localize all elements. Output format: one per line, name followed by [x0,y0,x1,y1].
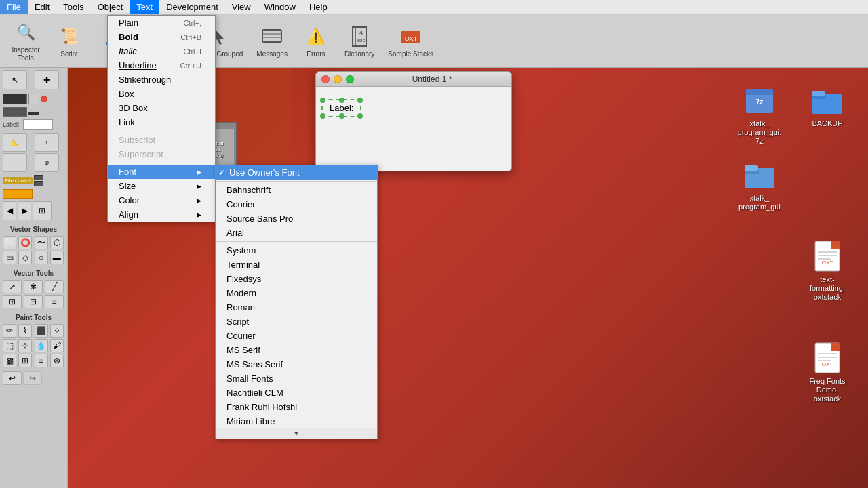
vt-2[interactable]: ✾ [24,280,43,293]
vt-3[interactable]: ╱ [45,280,64,293]
vs-curve[interactable]: 〜 [35,236,48,249]
vt-6[interactable]: ≡ [45,295,64,308]
menu-3dbox[interactable]: 3D Box [108,101,215,115]
window-min-btn[interactable] [334,75,342,83]
menu-box[interactable]: Box [108,87,215,101]
stroke-swatch[interactable] [3,107,27,117]
vs-circle[interactable]: ⭕ [18,236,32,249]
menu-underline[interactable]: Underline Ctrl+U [108,58,215,73]
font-small-fonts[interactable]: Small Fonts [216,371,377,386]
toolbar-errors[interactable]: ⚠️ Errors [296,22,336,61]
font-use-owners[interactable]: ✓ Use Owner's Font [216,165,377,180]
color-bar-orange[interactable] [3,189,33,199]
font-miriam-libre[interactable]: Miriam Libre [216,414,377,428]
vs-diamond[interactable]: ◇ [18,251,32,264]
pt-brush[interactable]: 🖌 [50,339,64,352]
nav-up[interactable] [34,175,43,180]
line-style[interactable] [28,112,39,115]
toolbar-script[interactable]: 📜 Script [49,22,90,61]
menu-bold[interactable]: Bold Ctrl+B [108,30,215,44]
color-dot-red[interactable] [41,96,47,102]
pt-text[interactable]: ≡ [35,354,48,367]
vs-circle2[interactable]: ○ [35,251,48,264]
desktop-icon-text-formatting[interactable]: OXT text-formatting.oxtstack [800,237,854,305]
menu-align[interactable]: Align [108,207,215,222]
color-swatch-dark[interactable] [3,94,27,104]
nav-down[interactable] [34,181,43,186]
font-source-sans-pro[interactable]: Source Sans Pro [216,211,377,226]
menu-color[interactable]: Color [108,193,215,207]
tool-4[interactable]: ⊕ [35,153,59,172]
font-arial[interactable]: Arial [216,226,377,240]
label-input[interactable] [23,119,53,130]
pt-select[interactable]: ⊹ [18,339,32,352]
window-max-btn[interactable] [346,75,354,83]
pt-pencil[interactable]: ✏ [3,324,16,338]
font-terminal[interactable]: Terminal [216,258,377,272]
font-modern[interactable]: Modern [216,286,377,300]
grid-tool[interactable]: ⊞ [33,201,52,220]
desktop-icon-xtalk-7z[interactable]: 7z xtalk_program_gui.7z [732,81,787,149]
vs-rect[interactable]: ⬜ [3,236,16,249]
pt-spray[interactable]: ⁘ [50,324,64,338]
pt-eyedrop[interactable]: 💧 [35,339,48,352]
menubar-text[interactable]: Text [130,0,159,14]
menubar-view[interactable]: View [225,0,258,14]
label-widget[interactable]: Label: [321,99,361,117]
menu-link[interactable]: Link [108,115,215,129]
nav-left[interactable]: ◀ [3,201,16,220]
vt-1[interactable]: ↗ [3,280,22,293]
vt-4[interactable]: ⊞ [3,295,22,308]
font-ms-serif[interactable]: MS Serif [216,343,377,357]
menu-strikethrough[interactable]: Strikethrough [108,73,215,87]
menubar-object[interactable]: Object [91,0,130,14]
redo-btn[interactable]: ↪ [23,371,42,385]
toolbar-dictionary[interactable]: A abc Dictionary [339,22,380,61]
menubar-file[interactable]: File [0,0,28,14]
pt-eraser[interactable]: ⬚ [3,339,16,352]
plus-tool[interactable]: ✚ [35,70,59,89]
desktop-icon-xtalk-gui[interactable]: xtalk_program_gui [732,156,787,214]
font-scroll-down[interactable]: ▼ [216,428,377,439]
undo-btn[interactable]: ↩ [3,371,22,385]
font-courier2[interactable]: Courier [216,329,377,343]
font-bahnschrift[interactable]: Bahnschrift [216,183,377,197]
pt-lasso[interactable]: ⌇ [18,324,32,338]
font-nachtlieli-clm[interactable]: Nachtlieli CLM [216,386,377,400]
menubar-development[interactable]: Development [159,0,225,14]
window-close-btn[interactable] [321,75,330,83]
menubar-window[interactable]: Window [258,0,302,14]
menubar-tools[interactable]: Tools [56,0,90,14]
pt-smear[interactable]: ⊛ [50,354,64,367]
font-fixedsys[interactable]: Fixedsys [216,272,377,286]
menu-italic[interactable]: Italic Ctrl+I [108,44,215,58]
tool-1[interactable]: 📐 [3,133,27,152]
toolbar-sample-stacks[interactable]: OXT Sample Stacks [382,22,439,61]
tool-2[interactable]: ↕ [35,133,59,152]
font-ms-sans-serif[interactable]: MS Sans Serif [216,357,377,371]
menubar-edit[interactable]: Edit [28,0,56,14]
pt-fill[interactable]: ⬛ [35,324,48,338]
vt-5[interactable]: ⊟ [24,295,43,308]
vs-rect2[interactable]: ▭ [3,251,16,264]
menu-font[interactable]: Font ✓ Use Owner's Font Bahnschrift Cour… [108,165,215,179]
nav-right[interactable]: ▶ [18,201,31,220]
tool-3[interactable]: ↔ [3,153,27,172]
font-script[interactable]: Script [216,314,377,329]
vs-rect3[interactable]: ▬ [50,251,64,264]
menu-size[interactable]: Size [108,179,215,193]
arrow-tool[interactable]: ↖ [3,70,27,89]
toolbar-inspector[interactable]: 🔍 InspectorTools [5,18,46,65]
pt-fill2[interactable]: ⊞ [18,354,32,367]
font-frank-ruhl-hofshi[interactable]: Frank Ruhl Hofshi [216,400,377,414]
font-system[interactable]: System [216,243,377,258]
toolbar-messages[interactable]: Messages [251,22,293,61]
pt-rect[interactable]: ▩ [3,354,16,367]
desktop-icon-freq-fonts[interactable]: OXT Freq FontsDemo.oxtstack [800,339,854,407]
font-roman[interactable]: Roman [216,300,377,314]
menubar-help[interactable]: Help [302,0,334,14]
color-swatch-light[interactable] [28,94,39,104]
font-courier1[interactable]: Courier [216,197,377,211]
desktop-icon-backup[interactable]: BACKUP [800,81,854,131]
menu-plain[interactable]: Plain Ctrl+; [108,16,215,30]
